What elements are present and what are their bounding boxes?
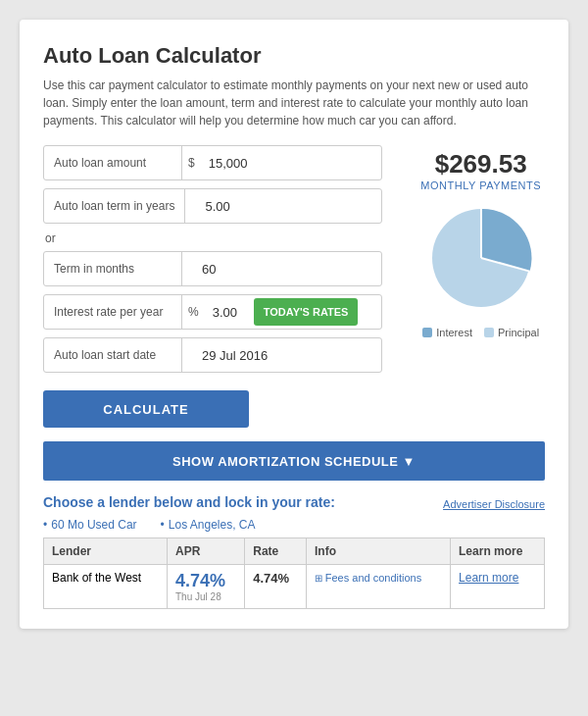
interest-rate-label: Interest rate per year [44,305,181,319]
page-description: Use this car payment calculator to estim… [43,77,545,129]
pie-chart [422,199,540,317]
filter-car-type[interactable]: 60 Mo Used Car [43,518,137,532]
filter-location[interactable]: Los Angeles, CA [161,518,256,532]
filter-row: 60 Mo Used Car Los Angeles, CA [43,518,545,532]
monthly-label: MONTHLY PAYMENTS [420,179,541,191]
lender-section: Choose a lender below and lock in your r… [43,494,545,609]
months-separator [181,252,194,285]
chart-section: $269.53 MONTHLY PAYMENTS [398,145,564,428]
interest-legend-dot [422,328,432,337]
start-date-label: Auto loan start date [44,348,181,362]
start-date-input[interactable] [194,338,381,372]
loan-amount-input[interactable] [201,146,381,179]
calculate-button[interactable]: CALCULATE [43,390,249,428]
col-lender: Lender [44,538,168,565]
principal-legend-item: Principal [484,327,539,338]
interest-rate-input[interactable] [205,295,254,329]
page-title: Auto Loan Calculator [43,43,545,69]
rate-value: 4.74% [253,571,289,586]
loan-term-years-input[interactable] [197,189,380,223]
calculator-card: Auto Loan Calculator Use this car paymen… [20,20,568,629]
percent-symbol: % [181,295,205,329]
apr-value: 4.74% [175,571,236,591]
years-separator [184,189,197,223]
fees-link[interactable]: Fees and conditions [315,572,421,584]
apr-cell: 4.74% Thu Jul 28 [168,565,245,609]
lender-table-header-row: Lender APR Rate Info Learn more [44,538,545,565]
principal-legend-label: Principal [498,327,539,338]
lender-header-row: Choose a lender below and lock in your r… [43,494,545,510]
principal-legend-dot [484,328,494,337]
lender-table-body: Bank of the West 4.74% Thu Jul 28 4.74% … [44,565,545,609]
table-row: Bank of the West 4.74% Thu Jul 28 4.74% … [44,565,545,609]
date-separator [181,338,194,372]
loan-term-years-field: Auto loan term in years [43,188,382,224]
learn-more-cell: Learn more [451,565,545,609]
term-months-input[interactable] [194,252,381,285]
lender-table-head: Lender APR Rate Info Learn more [44,538,545,565]
advertiser-disclosure-link[interactable]: Advertiser Disclosure [443,498,545,510]
apr-date: Thu Jul 28 [175,591,236,602]
rate-cell: 4.74% [245,565,307,609]
chart-legend: Interest Principal [422,327,539,338]
term-months-label: Term in months [44,262,181,276]
col-info: Info [307,538,451,565]
col-rate: Rate [245,538,307,565]
or-text: or [45,231,382,245]
loan-amount-label: Auto loan amount [44,156,181,170]
col-apr: APR [168,538,245,565]
form-section: Auto loan amount $ Auto loan term in yea… [43,145,382,428]
todays-rates-button[interactable]: TODAY'S RATES [254,298,359,326]
dollar-symbol: $ [181,146,201,179]
main-content: Auto loan amount $ Auto loan term in yea… [43,145,545,428]
interest-legend-item: Interest [422,327,472,338]
monthly-amount: $269.53 [435,149,527,179]
start-date-field: Auto loan start date [43,337,382,373]
term-months-field: Term in months [43,251,382,286]
pie-chart-svg [422,199,540,317]
lender-table: Lender APR Rate Info Learn more Bank of … [43,537,545,609]
loan-term-years-label: Auto loan term in years [44,199,184,213]
interest-rate-field: Interest rate per year % TODAY'S RATES [43,294,382,330]
interest-legend-label: Interest [436,327,472,338]
learn-more-link[interactable]: Learn more [459,571,518,585]
info-cell: Fees and conditions [307,565,451,609]
col-learn-more: Learn more [451,538,545,565]
loan-amount-field: Auto loan amount $ [43,145,382,180]
amortization-button[interactable]: SHOW AMORTIZATION SCHEDULE ▼ [43,441,545,481]
lender-title: Choose a lender below and lock in your r… [43,494,335,510]
lender-name-cell: Bank of the West [44,565,168,609]
